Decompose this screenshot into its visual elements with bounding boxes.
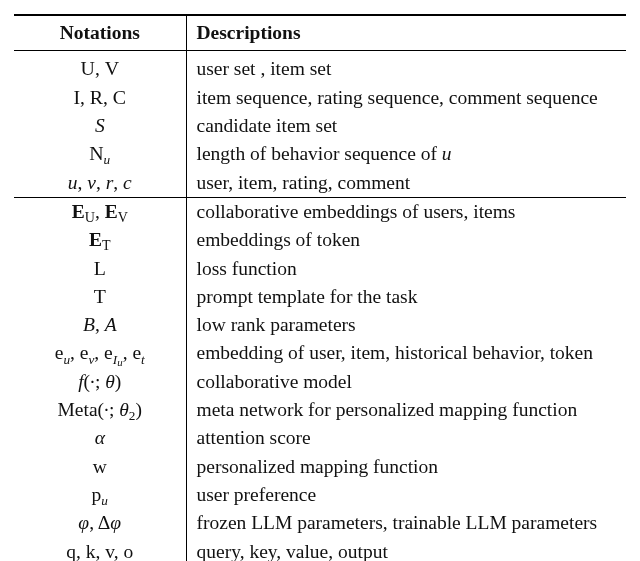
cell-description: personalized mapping function [186, 453, 626, 481]
cell-description: embeddings of token [186, 226, 626, 254]
cell-notation: u, v, r, c [14, 169, 186, 198]
table-row: Meta(·; θ2) meta network for personalize… [14, 396, 626, 424]
cell-notation: Nu [14, 140, 186, 168]
header-descriptions: Descriptions [186, 15, 626, 51]
cell-description: user set , item set [186, 51, 626, 84]
table-row: α attention score [14, 424, 626, 452]
cell-description: user, item, rating, comment [186, 169, 626, 198]
table-row: φ, Δφ frozen LLM parameters, trainable L… [14, 509, 626, 537]
cell-notation: pu [14, 481, 186, 509]
cell-notation: U, V [14, 51, 186, 84]
table-row: Nu length of behavior sequence of u [14, 140, 626, 168]
cell-notation: EU, EV [14, 197, 186, 226]
cell-notation: L [14, 255, 186, 283]
table-row: T prompt template for the task [14, 283, 626, 311]
cell-description: attention score [186, 424, 626, 452]
cell-description: item sequence, rating sequence, comment … [186, 84, 626, 112]
table-row: pu user preference [14, 481, 626, 509]
cell-notation: ET [14, 226, 186, 254]
header-row: Notations Descriptions [14, 15, 626, 51]
table-row: B, A low rank parameters [14, 311, 626, 339]
table-row: u, v, r, c user, item, rating, comment [14, 169, 626, 198]
cell-description: collaborative model [186, 368, 626, 396]
cell-description: length of behavior sequence of u [186, 140, 626, 168]
table-row: f(·; θ) collaborative model [14, 368, 626, 396]
notation-table: Notations Descriptions U, V user set , i… [14, 14, 626, 561]
table-row: q, k, v, o query, key, value, output [14, 538, 626, 561]
cell-notation: S [14, 112, 186, 140]
cell-description: embedding of user, item, historical beha… [186, 339, 626, 367]
table-row: EU, EV collaborative embeddings of users… [14, 197, 626, 226]
cell-notation: q, k, v, o [14, 538, 186, 561]
cell-notation: I, R, C [14, 84, 186, 112]
cell-notation: α [14, 424, 186, 452]
table-row: S candidate item set [14, 112, 626, 140]
table-row: w personalized mapping function [14, 453, 626, 481]
cell-notation: Meta(·; θ2) [14, 396, 186, 424]
cell-notation: w [14, 453, 186, 481]
table-row: ET embeddings of token [14, 226, 626, 254]
cell-description: query, key, value, output [186, 538, 626, 561]
table-row: eu, ev, eIu, et embedding of user, item,… [14, 339, 626, 367]
cell-description: prompt template for the task [186, 283, 626, 311]
table-row: L loss function [14, 255, 626, 283]
cell-description: loss function [186, 255, 626, 283]
cell-notation: T [14, 283, 186, 311]
cell-description: user preference [186, 481, 626, 509]
table-row: I, R, C item sequence, rating sequence, … [14, 84, 626, 112]
header-notations: Notations [14, 15, 186, 51]
cell-description: collaborative embeddings of users, items [186, 197, 626, 226]
cell-description: meta network for personalized mapping fu… [186, 396, 626, 424]
cell-description: frozen LLM parameters, trainable LLM par… [186, 509, 626, 537]
cell-notation: f(·; θ) [14, 368, 186, 396]
cell-description: low rank parameters [186, 311, 626, 339]
cell-notation: φ, Δφ [14, 509, 186, 537]
table-row: U, V user set , item set [14, 51, 626, 84]
cell-description: candidate item set [186, 112, 626, 140]
cell-notation: eu, ev, eIu, et [14, 339, 186, 367]
cell-notation: B, A [14, 311, 186, 339]
